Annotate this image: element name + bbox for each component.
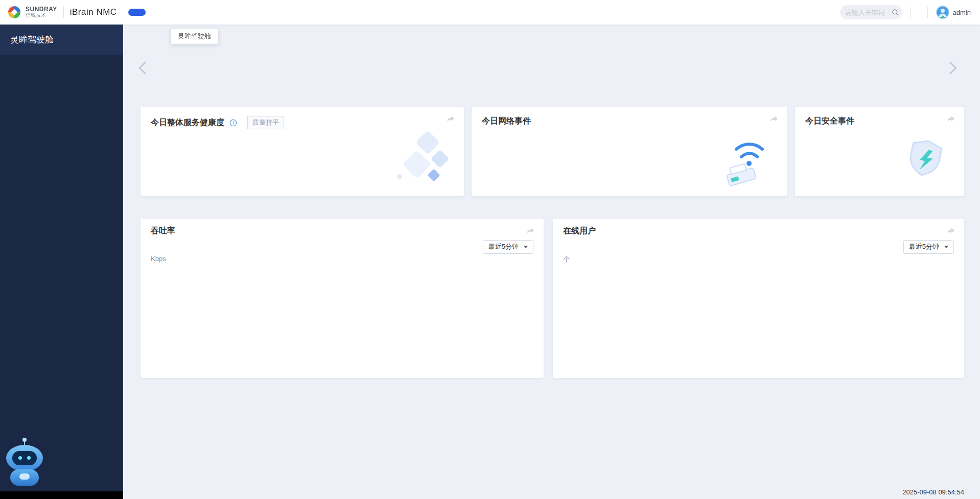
brand-subtitle: 信锐技术 — [26, 13, 57, 18]
page-timestamp: 2025-09-08 09:54:54 — [902, 488, 964, 496]
sidebar: 灵眸驾驶舱 — [0, 25, 123, 499]
divider — [911, 7, 911, 18]
divider — [63, 7, 64, 18]
time-range-value: 最近5分钟 — [909, 242, 939, 251]
info-icon[interactable] — [229, 119, 237, 127]
time-range-dropdown[interactable]: 最近5分钟 — [483, 240, 533, 254]
throughput-controls: 最近5分钟 — [151, 240, 533, 254]
nav-item-cockpit[interactable] — [128, 9, 146, 16]
share-icon[interactable] — [446, 114, 456, 124]
topbar-right: admin — [840, 5, 971, 19]
mascot-face — [12, 451, 37, 465]
quality-badge: 质量持平 — [247, 116, 284, 129]
share-icon[interactable] — [769, 114, 779, 124]
search-icon[interactable] — [891, 8, 899, 16]
mascot-chest — [19, 473, 30, 480]
brand-logo[interactable]: SUNDRAY 信锐技术 — [7, 5, 57, 19]
online-users-title: 在线用户 — [563, 226, 596, 235]
network-events-title: 今日网络事件 — [482, 116, 531, 125]
main-content: 今日整体服务健康度 质量持平 今日网络事件 — [123, 25, 980, 499]
assistant-mascot[interactable] — [4, 440, 45, 489]
caret-down-icon — [524, 246, 528, 248]
y-axis-unit: Kbps — [151, 255, 533, 264]
throughput-card: 吞吐率 最近5分钟 Kbps — [141, 219, 544, 378]
divider — [927, 7, 928, 18]
nav-tooltip: 灵眸驾驶舱 — [171, 28, 218, 44]
primary-nav — [128, 9, 146, 16]
time-range-value: 最近5分钟 — [488, 242, 519, 251]
user-menu[interactable]: admin — [936, 6, 971, 19]
online-users-card: 在线用户 最近5分钟 个 — [553, 219, 964, 378]
share-icon[interactable] — [946, 226, 956, 235]
avatar[interactable] — [936, 6, 949, 19]
stat-carousel — [141, 43, 964, 92]
charts-row: 吞吐率 最近5分钟 Kbps 在线用户 最近5分钟 — [141, 219, 964, 378]
search-input[interactable] — [845, 9, 888, 16]
health-card-header: 今日整体服务健康度 质量持平 — [151, 116, 454, 129]
mascot-body — [10, 469, 39, 486]
share-icon[interactable] — [946, 114, 956, 124]
carousel-next-icon[interactable] — [944, 61, 956, 74]
mascot-eye — [27, 456, 31, 460]
global-search[interactable] — [840, 5, 902, 19]
brand-text: SUNDRAY 信锐技术 — [26, 6, 57, 18]
network-events-card: 今日网络事件 — [472, 107, 787, 196]
security-events-card: 今日安全事件 — [795, 107, 964, 196]
time-range-dropdown[interactable]: 最近5分钟 — [903, 240, 954, 254]
caret-down-icon — [944, 246, 948, 248]
online-users-controls: 最近5分钟 — [563, 240, 954, 254]
sundray-logo-icon — [7, 5, 21, 19]
summary-row: 今日整体服务健康度 质量持平 今日网络事件 — [141, 107, 964, 196]
product-name: iBrain NMC — [70, 7, 117, 17]
throughput-chart-svg — [151, 264, 533, 370]
throughput-title: 吞吐率 — [151, 226, 175, 235]
decor-shield-illustration — [898, 135, 951, 190]
y-axis-unit: 个 — [563, 255, 954, 264]
top-navbar: SUNDRAY 信锐技术 iBrain NMC admin — [0, 0, 980, 25]
mascot-head — [6, 445, 43, 471]
sidebar-title: 灵眸驾驶舱 — [0, 25, 123, 55]
carousel-prev-icon[interactable] — [138, 61, 151, 74]
online-users-chart-svg — [563, 264, 954, 370]
security-events-title: 今日安全事件 — [805, 116, 854, 125]
share-icon[interactable] — [526, 226, 535, 235]
health-card-title: 今日整体服务健康度 — [151, 117, 224, 128]
health-card: 今日整体服务健康度 质量持平 — [141, 107, 464, 196]
username: admin — [953, 9, 971, 16]
decor-wifi-illustration — [710, 134, 776, 193]
sidebar-bottom-strip — [0, 491, 123, 499]
decor-cubes-illustration — [382, 130, 459, 193]
mascot-eye — [18, 456, 22, 460]
